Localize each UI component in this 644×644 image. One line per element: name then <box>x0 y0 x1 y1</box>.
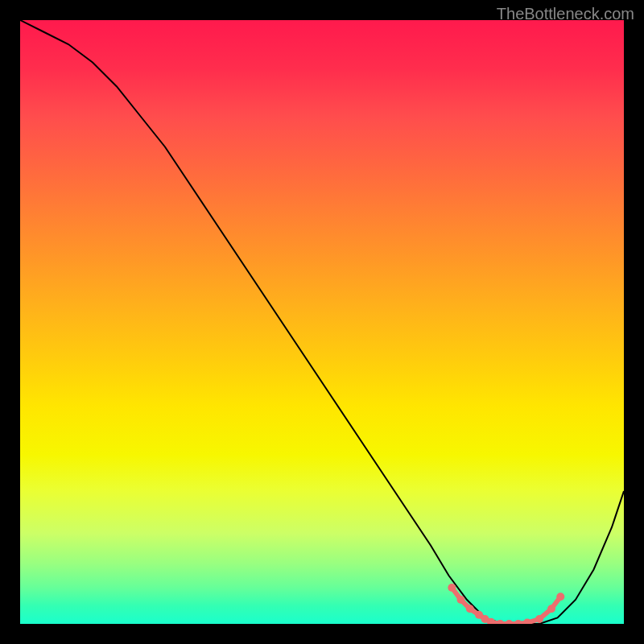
marker-dot <box>448 584 456 592</box>
marker-dot <box>457 596 465 604</box>
marker-dot <box>466 605 474 613</box>
marker-dot <box>487 618 495 624</box>
marker-dot <box>535 615 543 623</box>
marker-dot <box>496 620 504 624</box>
watermark-text: TheBottleneck.com <box>497 5 634 23</box>
chart-plot-area <box>20 20 624 624</box>
marker-dot <box>547 605 555 613</box>
marker-dot <box>523 619 531 625</box>
optimal-range-segment <box>452 588 560 624</box>
marker-dot <box>506 620 514 624</box>
marker-dot <box>481 615 489 623</box>
bottleneck-curve <box>20 20 624 624</box>
marker-dot <box>514 620 522 624</box>
optimal-range-markers <box>448 584 564 624</box>
marker-dot <box>475 611 483 619</box>
marker-dot <box>556 592 564 601</box>
chart-svg <box>20 20 624 624</box>
